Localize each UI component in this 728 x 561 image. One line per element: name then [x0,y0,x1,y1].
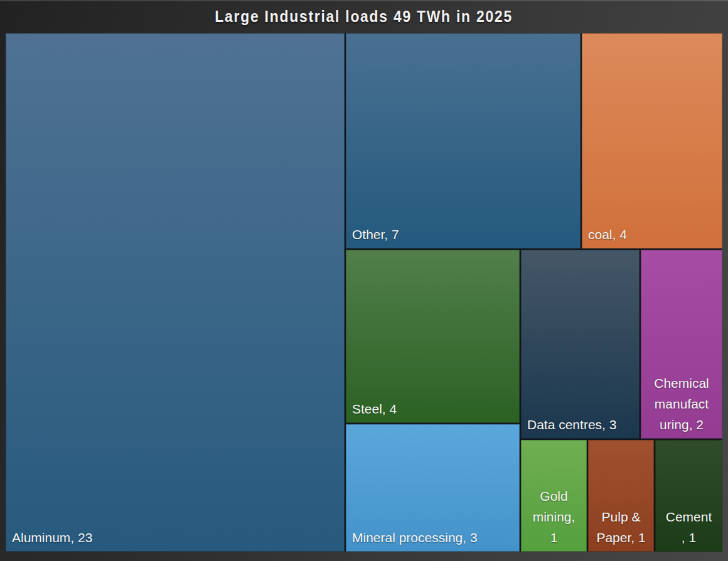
treemap-tile-coal: coal, 4 [582,33,722,248]
tile-label: Mineral processing, 3 [346,527,520,548]
treemap-tile-cement: Cement, 1 [655,440,722,552]
tile-label: Pulp &Paper, 1 [588,506,654,548]
tile-label-line: Pulp & [588,506,654,527]
tile-label-line: , 1 [655,527,722,548]
treemap-tile-gold-mining: Goldmining,1 [521,440,587,552]
tile-label-line: Cement [655,506,722,527]
tile-label: Aluminum, 23 [6,527,345,548]
treemap-tile-mineral-processing: Mineral processing, 3 [346,424,520,552]
tile-label-line: mining, [521,506,587,527]
treemap: Aluminum, 23Other, 7coal, 4Steel, 4Miner… [6,33,722,552]
treemap-tile-aluminum: Aluminum, 23 [6,33,345,552]
tile-label-line: uring, 2 [641,414,722,435]
treemap-tile-steel: Steel, 4 [346,250,520,423]
tile-label: coal, 4 [582,224,722,245]
tile-label-line: 1 [521,527,587,548]
tile-label-line: Paper, 1 [588,527,654,548]
tile-label-line: Chemical [641,373,722,393]
chart-title-bar: Large Industrial loads 49 TWh in 2025 [0,0,728,33]
tile-label: Chemicalmanufacturing, 2 [641,373,722,435]
tile-label-line: manufact [641,393,722,414]
tile-label: Goldmining,1 [521,486,587,548]
chart-title: Large Industrial loads 49 TWh in 2025 [215,7,513,26]
treemap-tile-chemical-manufacturing: Chemicalmanufacturing, 2 [641,250,722,439]
tile-label: Other, 7 [346,224,581,245]
tile-label-line: Gold [521,486,587,506]
tile-label: Steel, 4 [346,398,520,419]
treemap-tile-data-centres: Data centres, 3 [521,250,640,439]
treemap-tile-pulp-paper: Pulp &Paper, 1 [588,440,654,552]
treemap-tile-other: Other, 7 [346,33,581,248]
tile-label: Cement, 1 [655,506,722,548]
tile-label: Data centres, 3 [521,414,640,435]
